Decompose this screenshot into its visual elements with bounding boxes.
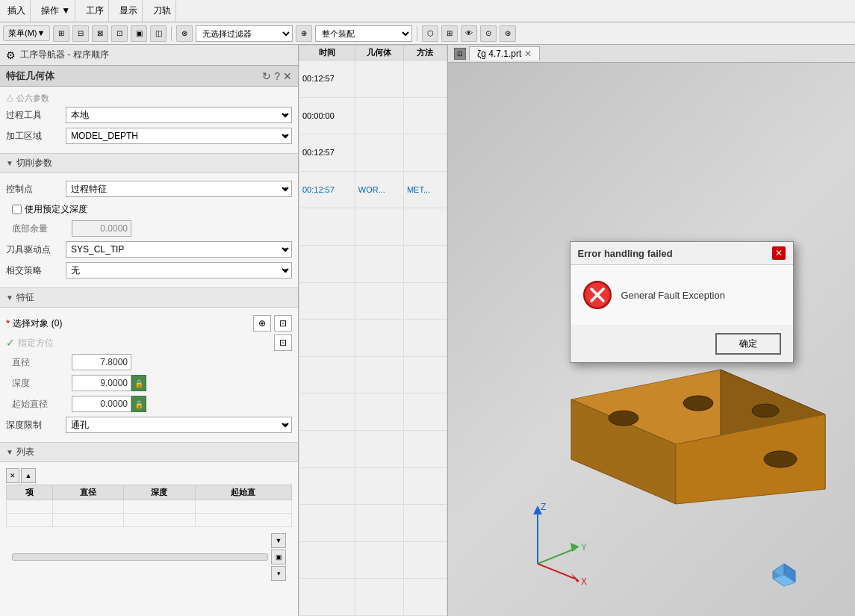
shape-icon[interactable]: ⬡: [422, 25, 438, 42]
feature-header-icons: ↻ ? ✕: [262, 70, 292, 82]
depth-limit-select-container: 通孔: [66, 417, 292, 433]
select-obj-row: * 选择对象 (0) ⊕ ⊡: [6, 315, 292, 332]
navigator-header: ⚙ 工序导航器 - 程序顺序: [0, 45, 298, 66]
tab-file[interactable]: ζg 4.7.1.prt ✕: [469, 46, 540, 60]
toolbar-icon-5[interactable]: ▣: [131, 25, 147, 42]
measure-icon[interactable]: ⊞: [441, 25, 458, 42]
nav-row-6: [299, 245, 447, 282]
more-icon[interactable]: ⊙: [480, 25, 497, 42]
filter-icon-2[interactable]: ⊕: [296, 25, 312, 42]
dialog-message: General Fault Exception: [621, 290, 725, 301]
col-item: 项: [7, 485, 53, 500]
nav-row-2: 00:00:00: [299, 97, 447, 134]
nav-gear-icon[interactable]: ⚙: [6, 49, 16, 61]
nav-row-15: [299, 579, 447, 616]
toolbar-icon-1[interactable]: ⊞: [53, 25, 69, 42]
dialog-ok-button[interactable]: 确定: [715, 333, 781, 355]
nav-col-geom: 几何体: [355, 46, 403, 60]
scroll-area: ▼ ▣ ▾: [6, 530, 292, 584]
check-icon: ✓: [6, 337, 15, 349]
predefined-depth-checkbox[interactable]: [12, 205, 22, 214]
view-tab-bar: ⊡ ζg 4.7.1.prt ✕: [448, 45, 855, 63]
start-diameter-row: 起始直径 🔒: [6, 396, 292, 412]
main-layout: ⚙ 工序导航器 - 程序顺序 特征几何体 ↻ ? ✕ △ 公六参数 过程工具: [0, 45, 855, 616]
tab-label: ζg 4.7.1.prt: [477, 49, 521, 59]
nav-time-3: 00:12:57: [299, 134, 355, 172]
tool-section: 刀轨: [149, 0, 176, 22]
tool-drive-row: 刀具驱动点 SYS_CL_TIP: [6, 241, 292, 258]
dir-btn[interactable]: ⊡: [274, 335, 292, 351]
extra-icon[interactable]: ⊛: [500, 25, 516, 42]
toolbar-icon-3[interactable]: ⊠: [92, 25, 108, 42]
list-bottom-btn[interactable]: ▾: [271, 566, 286, 581]
col-start: 起始直: [195, 485, 291, 500]
toolbar-icon-4[interactable]: ⊡: [111, 25, 128, 42]
start-diameter-lock-btn[interactable]: 🔒: [131, 396, 146, 412]
nav-col-time: 时间: [299, 46, 355, 60]
refresh-icon[interactable]: ↻: [262, 70, 271, 82]
list-close-btn[interactable]: ✕: [6, 468, 19, 483]
nav-time-4[interactable]: 00:12:57: [299, 171, 355, 208]
depth-limit-select[interactable]: 通孔: [66, 417, 292, 433]
tool-drive-label: 刀具驱动点: [6, 243, 66, 256]
depth-input[interactable]: [72, 375, 131, 391]
insert-label: 插入: [7, 4, 25, 17]
navigator-title: 工序导航器 - 程序顺序: [20, 49, 109, 61]
feature-header[interactable]: ▼ 特征: [0, 287, 298, 308]
nav-geom-4[interactable]: WOR...: [355, 171, 403, 208]
depth-row: 深度 🔒: [6, 375, 292, 391]
control-point-select[interactable]: 过程特征: [66, 181, 292, 197]
depth-lock-btn[interactable]: 🔒: [131, 375, 146, 391]
nav-row-9: [299, 356, 447, 393]
feature-section-title: 特征: [16, 291, 34, 304]
start-diameter-input[interactable]: [72, 396, 131, 412]
list-action-btn[interactable]: ▣: [271, 550, 286, 564]
process-section: 工序: [81, 0, 109, 22]
dialog-close-btn[interactable]: ✕: [772, 246, 786, 260]
add-btn[interactable]: ⊕: [253, 315, 271, 332]
process-tool-row: 过程工具 本地: [6, 107, 292, 123]
error-icon: [582, 280, 612, 310]
cutting-params-header[interactable]: ▼ 切削参数: [0, 153, 298, 173]
select-obj-label: 选择对象 (0): [13, 317, 62, 330]
bottom-remain-input[interactable]: 0.0000: [72, 220, 131, 237]
toolbar-icon-6[interactable]: ◫: [150, 25, 167, 42]
assembly-select[interactable]: 整个装配: [315, 25, 412, 42]
machining-area-select[interactable]: MODEL_DEPTH: [66, 128, 292, 144]
divider-2: [417, 26, 417, 41]
machining-area-select-container: MODEL_DEPTH: [66, 128, 292, 144]
view-canvas: Z Y X Err: [448, 63, 855, 616]
toolbar-icon-2[interactable]: ⊟: [72, 25, 89, 42]
tool-drive-select[interactable]: SYS_CL_TIP: [66, 241, 292, 258]
error-dialog: Error handling failed ✕ General Fault Ex…: [570, 241, 794, 363]
process-tool-select[interactable]: 本地: [66, 107, 292, 123]
list-header[interactable]: ▼ 列表: [0, 442, 298, 462]
view-area: ⊡ ζg 4.7.1.prt ✕: [448, 45, 855, 616]
diameter-input[interactable]: [72, 354, 131, 370]
cross-strategy-select[interactable]: 无: [66, 262, 292, 279]
select-btn[interactable]: ⊡: [274, 315, 292, 332]
operation-label: 操作 ▼: [41, 4, 70, 17]
nav-col-method: 方法: [403, 46, 447, 60]
filter-select[interactable]: 无选择过滤器: [196, 25, 293, 42]
divider-1: [171, 26, 172, 41]
view-icon[interactable]: 👁: [461, 25, 477, 42]
filter-icon[interactable]: ⊗: [176, 25, 193, 42]
bottom-remain-label: 底部余量: [12, 223, 72, 235]
cross-strategy-select-container: 无: [66, 262, 292, 279]
process-tool-label: 过程工具: [6, 109, 66, 122]
cross-strategy-row: 相交策略 无: [6, 262, 292, 279]
dialog-body: General Fault Exception: [570, 265, 793, 326]
scroll-track[interactable]: [12, 553, 268, 561]
menu-button[interactable]: 菜单(M)▼: [3, 25, 50, 41]
help-icon[interactable]: ?: [274, 70, 280, 82]
list-up-btn[interactable]: ▲: [21, 468, 36, 483]
nav-method-4[interactable]: MET...: [403, 171, 447, 208]
tab-panel-icon[interactable]: ⊡: [454, 48, 466, 60]
close-panel-icon[interactable]: ✕: [283, 70, 292, 82]
nav-row-1: 00:12:57: [299, 60, 447, 98]
col-diameter: 直径: [52, 485, 124, 500]
list-down-btn[interactable]: ▼: [271, 533, 286, 548]
depth-limit-row: 深度限制 通孔: [6, 417, 292, 433]
tab-close-btn[interactable]: ✕: [524, 49, 532, 59]
